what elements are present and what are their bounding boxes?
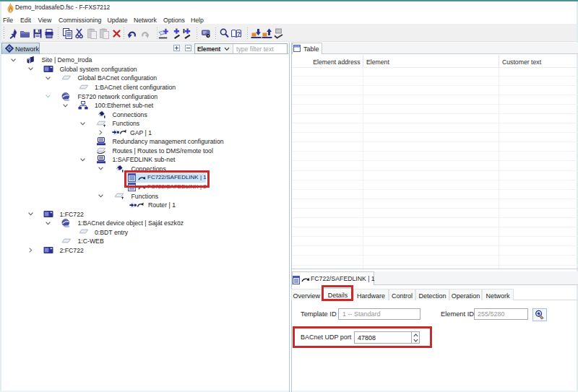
svg-text:?: ?	[237, 30, 241, 38]
